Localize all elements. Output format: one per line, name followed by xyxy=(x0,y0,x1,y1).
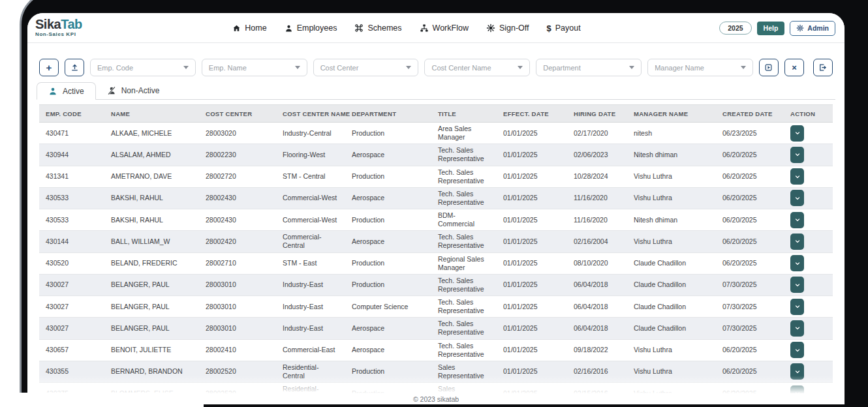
employee-table: EMP. CODENAMECOST CENTERCOST CENTER NAME… xyxy=(39,104,833,404)
year-selector[interactable]: 2025 xyxy=(719,22,751,35)
filter-select-manager-name[interactable]: Manager Name xyxy=(647,59,753,76)
apply-icon xyxy=(764,63,773,72)
filter-select-emp-code[interactable]: Emp. Code xyxy=(90,59,196,76)
cell-effect-date: 01/01/2025 xyxy=(497,231,567,252)
admin-button[interactable]: Admin xyxy=(790,21,835,36)
gear-icon xyxy=(796,24,804,32)
cell-effect-date: 01/01/2025 xyxy=(497,123,567,144)
cell-created-date: 06/20/2025 xyxy=(716,187,784,209)
row-action-button[interactable] xyxy=(790,234,804,250)
help-button[interactable]: Help xyxy=(757,22,785,35)
plus-icon: + xyxy=(46,63,52,72)
filter-placeholder: Manager Name xyxy=(655,64,741,72)
cell-cost-center-name: Flooring-West xyxy=(276,144,345,166)
cell-effect-date: 01/01/2025 xyxy=(497,209,567,231)
tab-active[interactable]: Active xyxy=(37,82,96,100)
table-row: 430027BELANGER, PAUL28003010Industry-Eas… xyxy=(39,274,833,295)
nav-item-label: Payout xyxy=(555,23,581,33)
cell-name: AMETRANO, DAVE xyxy=(104,166,199,187)
row-action-button[interactable] xyxy=(790,125,804,142)
cell-effect-date: 01/01/2025 xyxy=(497,144,567,166)
filter-select-emp-name[interactable]: Emp. Name xyxy=(202,59,307,76)
cell-emp-code: 430657 xyxy=(39,339,104,361)
table-row: 430027BELANGER, PAUL28003010Industry-Eas… xyxy=(39,318,833,339)
cell-emp-code: 430944 xyxy=(39,144,104,166)
cell-cost-center: 28003020 xyxy=(199,123,276,144)
nav-item-sign-off[interactable]: Sign-Off xyxy=(486,23,529,33)
table-row: 430520BELAND, FREDERIC28002710STM - East… xyxy=(39,252,833,274)
export-button[interactable] xyxy=(813,59,833,76)
column-header-created-date: CREATED DATE xyxy=(716,105,784,123)
column-header-name: NAME xyxy=(104,105,199,123)
person-off-icon xyxy=(107,86,116,95)
row-action-button[interactable] xyxy=(790,255,804,271)
row-action-button[interactable] xyxy=(790,299,804,315)
cell-title: Tech. Sales Representative xyxy=(431,144,497,166)
cell-action xyxy=(784,252,833,274)
apply-filter-button[interactable] xyxy=(759,59,779,76)
table-header-row: EMP. CODENAMECOST CENTERCOST CENTER NAME… xyxy=(39,105,833,123)
cell-hiring-date: 02/17/2020 xyxy=(567,123,627,144)
copyright-text: © 2023 sikatab xyxy=(413,395,459,403)
row-action-button[interactable] xyxy=(790,363,804,380)
cell-cost-center-name: Commercial-East xyxy=(276,339,345,361)
cell-cost-center: 28003010 xyxy=(199,318,276,339)
nav-item-employees[interactable]: Employees xyxy=(285,23,337,33)
cell-cost-center: 28002430 xyxy=(199,187,276,209)
cell-manager-name: Claude Chadillon xyxy=(627,274,716,295)
row-action-button[interactable] xyxy=(790,190,804,206)
filter-select-department[interactable]: Department xyxy=(536,59,642,76)
app-screen: SikaTab Non-Sales KPI HomeEmployeesSchem… xyxy=(27,13,845,404)
cell-title: Tech. Sales Representative xyxy=(431,166,497,187)
row-action-button[interactable] xyxy=(790,212,804,228)
row-action-button[interactable] xyxy=(790,320,804,337)
cell-manager-name: Vishu Luthra xyxy=(627,361,716,382)
nav-item-workflow[interactable]: WorkFlow xyxy=(420,23,469,33)
cell-hiring-date: 06/04/2018 xyxy=(567,296,627,318)
tab-non-active[interactable]: Non-Active xyxy=(96,82,171,99)
filter-select-cost-center-name[interactable]: Cost Center Name xyxy=(424,59,530,76)
cell-name: BERNARD, BRANDON xyxy=(104,361,199,382)
cell-emp-code: 430355 xyxy=(39,361,104,382)
row-action-button[interactable] xyxy=(790,277,804,293)
cell-hiring-date: 02/16/2016 xyxy=(567,361,627,382)
chevron-down-icon xyxy=(518,66,523,69)
table-row: 430471ALKAAE, MICHELE28003020Industry-Ce… xyxy=(39,123,833,144)
cell-hiring-date: 06/04/2018 xyxy=(567,318,627,339)
filter-select-cost-center[interactable]: Cost Center xyxy=(313,59,419,76)
nav-item-label: Home xyxy=(245,23,266,33)
cell-department: Aerospace xyxy=(345,318,431,339)
row-action-button[interactable] xyxy=(790,147,804,163)
cell-name: BAKSHI, RAHUL xyxy=(104,187,199,209)
cell-hiring-date: 10/28/2024 xyxy=(567,166,627,187)
row-action-button[interactable] xyxy=(790,168,804,185)
cell-cost-center-name: Residential-Central xyxy=(276,361,345,382)
signoff-seal-icon xyxy=(486,23,495,33)
row-action-button[interactable] xyxy=(790,342,804,358)
cell-name: ALKAAE, MICHELE xyxy=(104,123,199,144)
nav-item-payout[interactable]: $Payout xyxy=(547,23,581,33)
clear-filter-button[interactable]: × xyxy=(784,59,804,76)
cell-created-date: 06/20/2025 xyxy=(716,361,784,382)
dollar-icon: $ xyxy=(547,24,551,33)
cell-cost-center-name: Commercial-West xyxy=(276,209,345,231)
cell-title: Tech. Sales Representative xyxy=(431,339,497,361)
nav-item-schemes[interactable]: Schemes xyxy=(354,23,401,33)
admin-button-label: Admin xyxy=(807,24,829,32)
cell-emp-code: 430027 xyxy=(39,318,104,339)
table-row: 430355BERNARD, BRANDON28002520Residentia… xyxy=(39,361,833,382)
cell-action xyxy=(784,361,833,382)
nav-item-label: Sign-Off xyxy=(499,23,529,33)
cell-action xyxy=(784,144,833,166)
cell-effect-date: 01/01/2025 xyxy=(497,166,567,187)
filter-toolbar: +Emp. CodeEmp. NameCost CenterCost Cente… xyxy=(39,59,833,76)
nav-item-home[interactable]: Home xyxy=(232,23,266,33)
chevron-down-icon xyxy=(794,173,801,180)
person-icon xyxy=(48,87,57,96)
table-row: 430944ALSALAM, AHMED28002230Flooring-Wes… xyxy=(39,144,833,166)
upload-button[interactable] xyxy=(65,59,84,76)
cell-action xyxy=(784,231,833,252)
chevron-down-icon xyxy=(406,66,411,69)
add-button[interactable]: + xyxy=(39,59,59,76)
cell-department: Aerospace xyxy=(345,187,431,209)
